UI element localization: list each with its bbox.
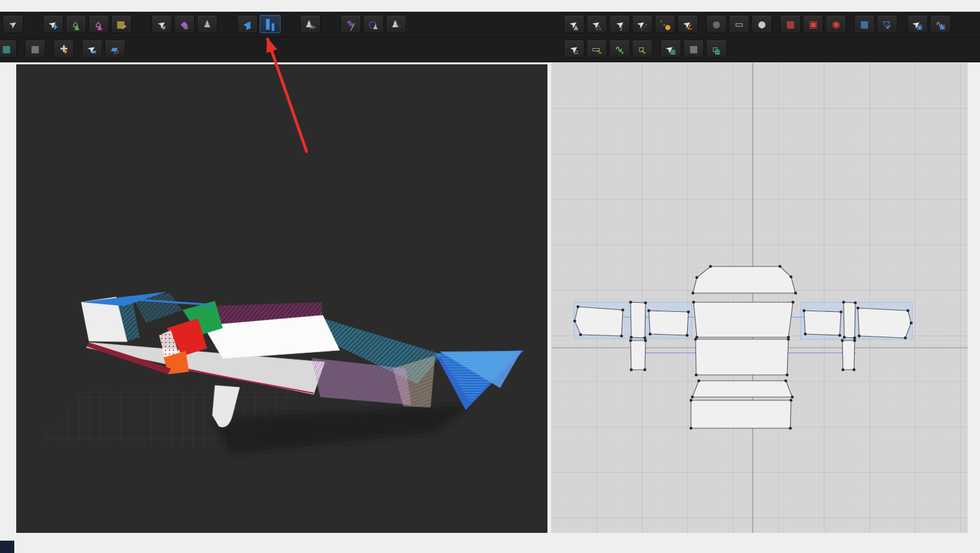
avatar-tool[interactable]: ♟ (197, 15, 218, 33)
piece-center-rect-vertex[interactable] (786, 374, 789, 377)
viewport-2d-canvas[interactable] (551, 63, 968, 533)
piece-left-cuff-vertex[interactable] (577, 305, 580, 309)
show-3d-pattern-tool[interactable]: ▌▐ (260, 15, 281, 33)
texture-mini-tool[interactable]: ▫▦ (706, 40, 727, 58)
select-plane-tool[interactable]: ➤▰ (82, 40, 103, 58)
piece-right-cuff-vertex[interactable] (904, 337, 907, 340)
piece-right-cuff-vertex[interactable] (858, 335, 861, 338)
piece-right-strip-vertex[interactable] (854, 302, 857, 305)
arrange-green-tool[interactable]: ⌂▲ (66, 15, 86, 33)
pattern-checker-tool[interactable]: ▦ (854, 15, 875, 33)
transform-curve-tool[interactable]: ➤△ (586, 15, 607, 33)
uv-checker-teal-tool[interactable]: ▦ (0, 40, 17, 58)
piece-right-cuff[interactable] (858, 308, 911, 338)
viewport-3d-canvas[interactable] (16, 64, 547, 533)
piece-right-strip-vertex[interactable] (853, 337, 857, 340)
piece-top-hexagon[interactable] (693, 266, 796, 293)
select-box-tool[interactable]: ➤▪ (151, 15, 172, 33)
piece-bottom-rect-vertex[interactable] (789, 427, 792, 430)
piece-center-rect-vertex[interactable] (695, 374, 698, 377)
piece-top-hexagon-vertex[interactable] (692, 292, 695, 295)
ellipse-tool[interactable]: ● (751, 15, 772, 33)
piece-upper-band[interactable] (694, 302, 793, 337)
pose-avatar-tool[interactable]: ♟◠ (386, 15, 407, 33)
edit-curvature-tool[interactable]: ➤∫ (609, 15, 630, 33)
select-texture-tool[interactable]: ➤▦ (660, 40, 681, 58)
piece-left-cuff[interactable] (575, 307, 623, 336)
piece-right-strip-vertex[interactable] (843, 336, 846, 339)
piece-left-panel[interactable] (649, 311, 688, 335)
piece-right-strip-lower-vertex[interactable] (853, 368, 856, 372)
piece-left-panel-vertex[interactable] (686, 334, 689, 337)
piece-right-strip-lower-vertex[interactable] (841, 339, 844, 342)
piece-left-strip-lower-vertex[interactable] (630, 368, 633, 372)
piece-right-strip-vertex[interactable] (842, 301, 846, 304)
piece-left-strip-lower[interactable] (631, 341, 646, 370)
piece-center-rect-vertex[interactable] (787, 338, 790, 341)
piece-right-strip[interactable] (844, 302, 855, 338)
sewing-tool[interactable]: ✎╱ (340, 15, 361, 33)
piece-right-strip-lower-vertex[interactable] (853, 339, 857, 342)
piece-lower-trapezoid-vertex[interactable] (785, 379, 788, 383)
transform-pattern-tool[interactable]: ➤▲ (564, 15, 584, 33)
piece-right-panel-vertex[interactable] (804, 333, 807, 336)
piece-left-panel-vertex[interactable] (649, 333, 652, 336)
piece-left-strip-lower-vertex[interactable] (644, 368, 647, 372)
edit-sewing-tool[interactable]: ▭∿ (586, 40, 607, 58)
rectangle-tool[interactable]: ▭ (729, 15, 749, 33)
piece-right-cuff-vertex[interactable] (907, 309, 910, 313)
piece-right-strip-lower-vertex[interactable] (842, 368, 845, 372)
m-n-sewing-tool[interactable]: ▫∿ (632, 40, 653, 58)
piece-upper-band-vertex[interactable] (692, 301, 696, 304)
piece-lower-trapezoid-vertex[interactable] (697, 379, 701, 383)
piece-top-hexagon-vertex[interactable] (794, 292, 798, 295)
plane-tool[interactable]: ▰▱ (105, 40, 125, 58)
piece-right-panel-vertex[interactable] (803, 309, 806, 313)
piece-lower-trapezoid-vertex[interactable] (691, 396, 694, 399)
edit-angle-tool[interactable]: ➤∠ (677, 15, 698, 33)
piece-top-hexagon-vertex[interactable] (709, 265, 712, 268)
piece-left-panel-vertex[interactable] (687, 311, 690, 314)
piece-lower-trapezoid-vertex[interactable] (791, 396, 794, 399)
piece-left-strip-vertex[interactable] (644, 337, 647, 340)
animation-mode-tool[interactable]: ♟≫ (300, 15, 321, 33)
piece-right-panel[interactable] (804, 311, 841, 335)
piece-top-hexagon-vertex[interactable] (696, 276, 699, 279)
piece-right-cuff-vertex[interactable] (857, 307, 860, 310)
piece-left-strip-lower-vertex[interactable] (629, 339, 633, 342)
texture-checker-tool[interactable]: ▦ (683, 40, 704, 58)
select-move-tool[interactable]: ➤✚ (43, 15, 64, 33)
piece-left-cuff-vertex[interactable] (622, 309, 625, 312)
arrange-pink-tool[interactable]: ⌂▲ (88, 15, 109, 33)
piece-lower-trapezoid[interactable] (692, 381, 792, 397)
piece-upper-band-vertex[interactable] (792, 301, 795, 304)
flatten-check-tool[interactable]: ▽✓ (877, 15, 898, 33)
piece-bottom-rect-vertex[interactable] (690, 427, 693, 430)
piece-left-panel-vertex[interactable] (647, 309, 651, 313)
piece-left-strip-vertex[interactable] (629, 301, 633, 304)
piece-left-cuff-vertex[interactable] (573, 320, 577, 323)
viewport-2d[interactable] (551, 63, 968, 533)
pose-ring-tool[interactable]: ○♟ (363, 15, 384, 33)
piece-right-panel-vertex[interactable] (840, 311, 843, 314)
cursor-tool[interactable]: ➤ (3, 15, 23, 33)
sync-2d-tool[interactable]: ∿▣ (930, 15, 951, 33)
free-sewing-tool[interactable]: ∿∿ (609, 40, 630, 58)
piece-top-hexagon-vertex[interactable] (779, 265, 782, 268)
pin-tool[interactable]: ✚▾ (53, 40, 74, 58)
add-point-tool[interactable]: ⋱● (655, 15, 675, 33)
polygon-tool[interactable]: ● (706, 15, 727, 33)
uv-checker-gray-tool[interactable]: ▦ (25, 40, 45, 58)
piece-center-rect-vertex[interactable] (694, 338, 697, 341)
piece-left-strip-vertex[interactable] (630, 336, 633, 339)
show-3d-garment-tool[interactable]: ◀▶ (237, 15, 258, 33)
piece-left-strip[interactable] (631, 302, 646, 338)
fold-arrangement-tool[interactable]: ▦↗ (111, 15, 132, 33)
piece-center-rect[interactable] (696, 339, 788, 375)
piece-left-strip-vertex[interactable] (644, 302, 647, 305)
piece-left-strip-lower-vertex[interactable] (644, 339, 647, 342)
piece-bottom-rect-vertex[interactable] (690, 399, 693, 402)
piece-bottom-rect[interactable] (691, 400, 791, 428)
piece-bottom-rect-vertex[interactable] (790, 399, 793, 402)
dart-circle-tool[interactable]: ◉ (825, 15, 846, 33)
